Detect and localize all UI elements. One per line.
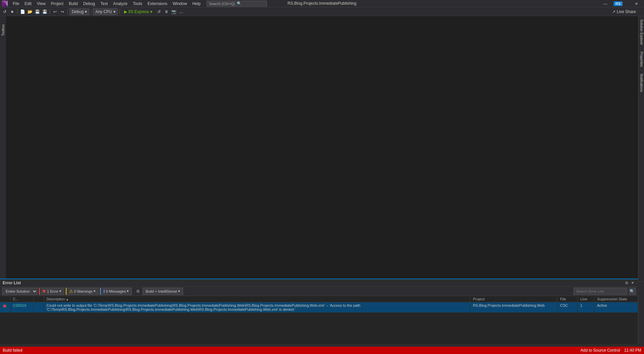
menu-debug[interactable]: Debug [80, 1, 98, 7]
window-title: RS.Blog.Projects.ImmediatePublishing [287, 1, 356, 6]
col-project[interactable]: Project [470, 296, 557, 302]
row-suppression-cell: Active [594, 302, 638, 313]
error-panel-header: Error List ⊟ ✕ [0, 279, 638, 287]
toolbar-separator-1 [17, 9, 17, 14]
build-status-text: Build failed [3, 348, 22, 353]
row-project-cell: RS.Blog.Projects.ImmediatePublishing.Web [470, 302, 557, 313]
menu-edit[interactable]: Edit [22, 1, 34, 7]
panel-close-button[interactable]: ✕ [630, 280, 635, 286]
maximize-button[interactable]: ☐ [613, 0, 629, 7]
error-panel-title: Error List [3, 281, 21, 285]
warnings-filter-button[interactable]: ⚠ 0 Warnings ▾ [66, 288, 99, 295]
warning-icon: ⚠ [69, 289, 73, 294]
run-label: IIS Express [128, 9, 149, 14]
save-all-icon[interactable]: 💾 [41, 8, 48, 15]
more-icon[interactable]: … [178, 8, 184, 15]
status-left: Build failed [3, 348, 22, 353]
toolbox-side-label[interactable]: Toolbox [0, 20, 6, 40]
col-suppression[interactable]: Suppression State [594, 296, 638, 302]
menu-bar: File Edit View Project Build Debug Test … [0, 0, 644, 7]
redo-icon[interactable]: ↪ [59, 8, 66, 15]
menu-help[interactable]: Help [190, 1, 203, 7]
errors-filter-button[interactable]: ✖ 1 Error ▾ [39, 288, 64, 295]
toolbar-separator-2 [50, 9, 50, 14]
scope-dropdown[interactable]: Entire Solution [2, 288, 38, 295]
search-placeholder: Search (Ctrl+Q) [209, 2, 235, 6]
refresh-icon[interactable]: ↺ [1, 8, 8, 15]
menu-items: File Edit View Project Build Debug Test … [10, 1, 203, 7]
row-icon-cell: ✖ [0, 302, 10, 313]
search-box[interactable]: Search (Ctrl+Q) 🔍 [207, 1, 267, 7]
live-share-button[interactable]: ↗ Live Share [612, 9, 643, 14]
main-editor-area [6, 16, 638, 279]
messages-label: 0 Messages [106, 289, 126, 293]
run-button[interactable]: ▶ IIS Express ▾ [121, 9, 155, 14]
live-share-icon: ↗ [612, 9, 615, 14]
search-error-list-button[interactable]: 🔍 [629, 288, 636, 295]
menu-tools[interactable]: Tools [130, 1, 145, 7]
warnings-label: 0 Warnings [74, 289, 93, 293]
run-dropdown-arrow: ▾ [150, 9, 152, 14]
col-category[interactable] [34, 296, 44, 302]
messages-filter-button[interactable]: ℹ 0 Messages ▾ [100, 288, 132, 295]
menu-extensions[interactable]: Extensions [145, 1, 170, 7]
play-icon: ▶ [124, 9, 127, 14]
open-icon[interactable]: 📂 [26, 8, 33, 15]
window-controls: — ☐ ✕ [598, 0, 644, 7]
build-filter-dropdown[interactable]: Build + IntelliSense ▾ [143, 288, 183, 295]
config-dropdown-arrow: ▾ [85, 9, 87, 14]
solution-explorer-panel[interactable]: Solution Explorer [638, 16, 644, 48]
pause-icon[interactable]: ⏸ [163, 8, 170, 15]
error-table-container: C... Description Project File Line Suppr… [0, 296, 638, 344]
messages-dropdown-arrow: ▾ [127, 289, 129, 293]
panel-controls: ⊟ ✕ [624, 280, 635, 286]
menu-build[interactable]: Build [66, 1, 80, 7]
new-project-icon[interactable]: 📄 [19, 8, 26, 15]
properties-panel[interactable]: Properties [638, 48, 644, 70]
errors-label: 1 Error [47, 289, 58, 293]
undo-icon[interactable]: ↩ [52, 8, 58, 15]
menu-file[interactable]: File [10, 1, 22, 7]
config-dropdown[interactable]: Debug ▾ [69, 8, 89, 15]
warnings-dropdown-arrow: ▾ [94, 289, 96, 293]
status-right: Add to Source Control 11:40 PM [581, 348, 641, 353]
row-code: CS0016 [13, 303, 26, 307]
error-list-panel: Error List ⊟ ✕ Entire Solution ✖ 1 Error… [0, 279, 638, 344]
toolbar-separator-4 [91, 9, 91, 14]
platform-dropdown[interactable]: Any CPU ▾ [93, 8, 117, 15]
config-label: Debug [72, 9, 84, 14]
col-description[interactable]: Description [44, 296, 470, 302]
panel-undock-button[interactable]: ⊟ [624, 280, 629, 286]
row-category-cell [34, 302, 44, 313]
time-text: 11:40 PM [624, 348, 641, 353]
right-panels: Solution Explorer Properties Notificatio… [638, 16, 644, 344]
save-icon[interactable]: 💾 [34, 8, 41, 15]
error-table: C... Description Project File Line Suppr… [0, 296, 638, 313]
build-filter-arrow: ▾ [178, 289, 180, 293]
minimize-button[interactable]: — [598, 0, 613, 7]
build-filter-label: Build + IntelliSense [146, 289, 177, 293]
platform-label: Any CPU [95, 9, 112, 14]
search-error-list-input[interactable] [574, 288, 627, 295]
col-code[interactable]: C... [10, 296, 34, 302]
screenshot-icon[interactable]: 📷 [170, 8, 177, 15]
filter-icon[interactable]: ⚙ [135, 288, 141, 295]
menu-project[interactable]: Project [48, 1, 66, 7]
stop-icon[interactable]: ■ [9, 8, 15, 15]
menu-window[interactable]: Window [170, 1, 190, 7]
menu-view[interactable]: View [34, 1, 48, 7]
table-row[interactable]: ✖ CS0016 Could not write to output file … [0, 302, 638, 313]
row-description: Could not write to output file 'C:\Temp\… [47, 303, 361, 311]
source-control-text[interactable]: Add to Source Control [581, 348, 620, 353]
close-button[interactable]: ✕ [629, 0, 644, 7]
notifications-panel[interactable]: Notifications [638, 70, 644, 95]
col-file[interactable]: File [557, 296, 578, 302]
refresh-attach-icon[interactable]: ↺ [156, 8, 162, 15]
col-line[interactable]: Line [578, 296, 594, 302]
row-line-cell: 1 [578, 302, 594, 313]
menu-test[interactable]: Test [98, 1, 110, 7]
col-icon[interactable] [0, 296, 10, 302]
toolbar-separator-5 [119, 9, 120, 14]
menu-analyze[interactable]: Analyze [110, 1, 130, 7]
error-list-toolbar: Entire Solution ✖ 1 Error ▾ ⚠ 0 Warnings… [0, 287, 638, 296]
